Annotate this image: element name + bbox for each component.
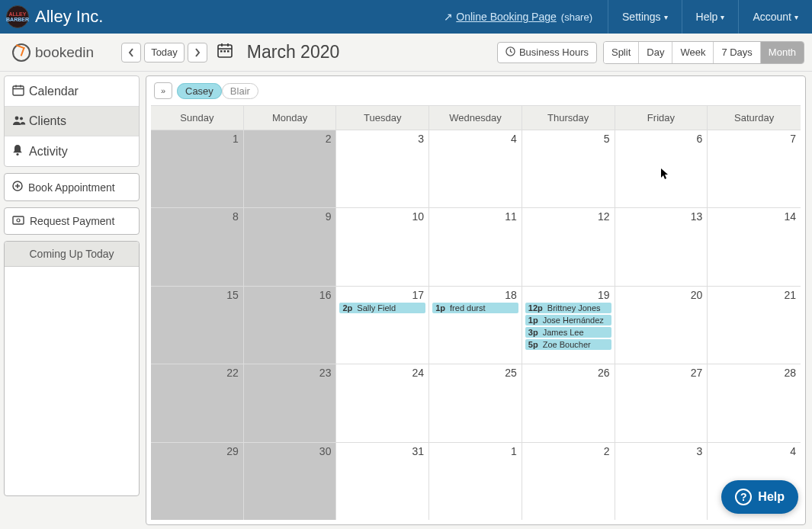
day-cell[interactable]: 16: [244, 287, 337, 364]
view-split-button[interactable]: Split: [604, 42, 638, 63]
plus-circle-icon: [12, 181, 23, 194]
clock-icon: [505, 46, 515, 59]
day-cell[interactable]: 24: [336, 364, 429, 441]
day-cell[interactable]: 1: [429, 443, 522, 520]
day-cell[interactable]: 30: [244, 443, 337, 520]
day-cell[interactable]: 20: [615, 287, 708, 364]
day-number: 13: [618, 210, 704, 223]
appointment-chip[interactable]: 12p Brittney Jones: [525, 303, 611, 313]
day-cell[interactable]: 12: [522, 208, 615, 285]
day-cell[interactable]: 29: [151, 443, 244, 520]
view-7days-button[interactable]: 7 Days: [713, 42, 759, 63]
bookedin-logo: bookedin: [12, 43, 94, 62]
day-number: 24: [339, 367, 425, 379]
calendar-icon[interactable]: [217, 42, 233, 63]
day-cell[interactable]: 28: [708, 364, 801, 441]
book-appointment-button[interactable]: Book Appointment: [4, 173, 140, 201]
day-cell[interactable]: 1: [151, 130, 244, 207]
day-number: 28: [711, 367, 798, 379]
appointment-chip[interactable]: 1p fred durst: [432, 303, 518, 313]
today-button[interactable]: Today: [144, 43, 185, 63]
day-cell[interactable]: 7: [708, 130, 801, 207]
day-cell[interactable]: 23: [244, 364, 337, 441]
coming-up-header: Coming Up Today: [5, 242, 139, 267]
expand-staff-button[interactable]: »: [154, 82, 172, 99]
day-cell[interactable]: 6: [615, 130, 708, 207]
day-number: 27: [618, 367, 704, 379]
request-payment-button[interactable]: Request Payment: [4, 207, 140, 235]
dow-header: Tuesday: [336, 106, 429, 130]
dow-header: Saturday: [708, 106, 801, 130]
day-cell[interactable]: 15: [151, 287, 244, 364]
chevron-right-icon: [194, 48, 201, 57]
staff-chip-casey[interactable]: Casey: [177, 83, 222, 99]
calendar-icon: [12, 84, 29, 98]
svg-rect-8: [13, 86, 24, 95]
day-cell[interactable]: 172p Sally Field: [336, 287, 429, 364]
day-cell[interactable]: 1912p Brittney Jones1p Jose Hernández3p …: [522, 287, 615, 364]
online-booking-link[interactable]: ↗ Online Booking Page: [444, 11, 556, 23]
clock-icon: [12, 43, 30, 62]
appointment-chip[interactable]: 3p James Lee: [525, 327, 611, 338]
share-link[interactable]: (share): [561, 11, 592, 23]
day-number: 30: [247, 445, 333, 457]
sidebar-item-label: Calendar: [29, 85, 79, 98]
day-cell[interactable]: 181p fred durst: [429, 287, 522, 364]
business-hours-button[interactable]: Business Hours: [497, 42, 597, 63]
view-month-button[interactable]: Month: [760, 42, 804, 63]
day-number: 15: [154, 289, 240, 301]
day-cell[interactable]: 31: [336, 443, 429, 520]
day-number: 12: [525, 210, 611, 223]
day-cell[interactable]: 27: [615, 364, 708, 441]
sidebar-item-calendar[interactable]: Calendar: [5, 76, 139, 107]
day-number: 4: [432, 133, 518, 145]
day-number: 8: [154, 210, 240, 223]
svg-rect-5: [223, 50, 226, 53]
coming-up-panel: Coming Up Today: [4, 241, 140, 496]
day-number: 3: [618, 445, 704, 457]
day-cell[interactable]: 2: [522, 443, 615, 520]
help-fab-button[interactable]: ? Help: [721, 480, 798, 514]
prev-button[interactable]: [121, 43, 141, 63]
view-toggle-group: Split Day Week 7 Days Month: [603, 41, 804, 64]
day-cell[interactable]: 22: [151, 364, 244, 441]
next-button[interactable]: [188, 43, 207, 63]
account-menu[interactable]: Account▾: [738, 0, 812, 34]
day-cell[interactable]: 25: [429, 364, 522, 441]
day-cell[interactable]: 14: [708, 208, 801, 285]
day-cell[interactable]: 21: [708, 287, 801, 364]
view-week-button[interactable]: Week: [672, 42, 713, 63]
staff-chip-blair[interactable]: Blair: [222, 83, 258, 99]
day-cell[interactable]: 11: [429, 208, 522, 285]
day-cell[interactable]: 3: [615, 443, 708, 520]
day-cell[interactable]: 8: [151, 208, 244, 285]
day-cell[interactable]: 9: [244, 208, 337, 285]
day-number: 6: [618, 133, 704, 145]
sidebar-item-activity[interactable]: Activity: [5, 136, 139, 166]
view-day-button[interactable]: Day: [638, 42, 672, 63]
day-cell[interactable]: 26: [522, 364, 615, 441]
day-cell[interactable]: 5: [522, 130, 615, 207]
help-menu[interactable]: Help▾: [682, 0, 739, 34]
day-number: 1: [432, 445, 518, 457]
appointment-chip[interactable]: 1p Jose Hernández: [525, 315, 611, 325]
day-number: 3: [339, 133, 425, 145]
sidebar-item-clients[interactable]: Clients: [5, 107, 139, 136]
appointment-chip[interactable]: 2p Sally Field: [339, 303, 425, 313]
day-number: 22: [154, 367, 240, 379]
day-cell[interactable]: 2: [244, 130, 337, 207]
day-number: 14: [711, 210, 798, 223]
day-number: 19: [525, 289, 611, 301]
svg-rect-6: [227, 50, 229, 53]
payment-icon: [12, 215, 24, 227]
day-cell[interactable]: 13: [615, 208, 708, 285]
day-cell[interactable]: 4: [429, 130, 522, 207]
day-number: 29: [154, 445, 240, 457]
settings-menu[interactable]: Settings▾: [608, 0, 682, 34]
day-number: 11: [432, 210, 518, 223]
day-number: 1: [154, 133, 240, 145]
day-cell[interactable]: 3: [336, 130, 429, 207]
app-title: Alley Inc.: [35, 7, 103, 27]
appointment-chip[interactable]: 5p Zoe Boucher: [525, 339, 611, 350]
day-cell[interactable]: 10: [336, 208, 429, 285]
